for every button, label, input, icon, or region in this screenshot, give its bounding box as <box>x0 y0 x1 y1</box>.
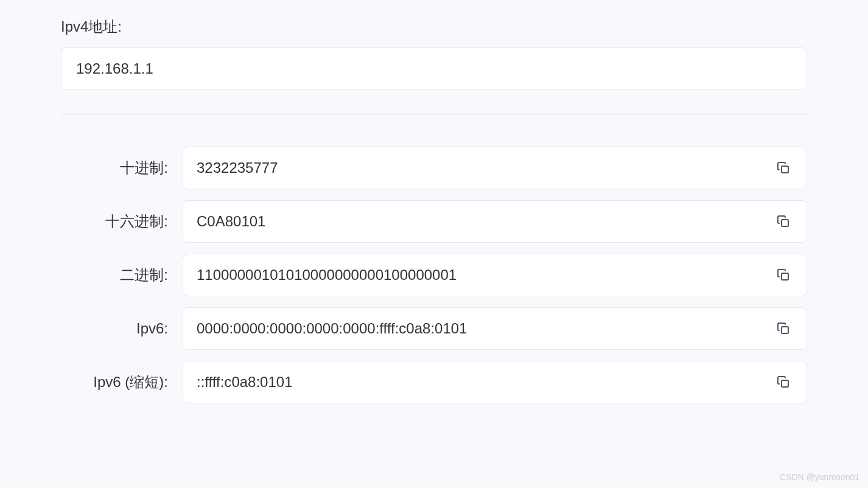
result-value-ipv6-short: ::ffff:c0a8:0101 <box>197 374 292 391</box>
svg-rect-2 <box>782 273 788 280</box>
result-label-decimal: 十进制: <box>61 158 183 178</box>
watermark: CSDN @yunmoon01 <box>780 472 859 482</box>
result-label-ipv6-short: Ipv6 (缩短): <box>61 372 183 392</box>
result-label-binary: 二进制: <box>61 265 183 285</box>
svg-rect-3 <box>782 327 788 333</box>
copy-button-decimal[interactable] <box>774 158 793 178</box>
copy-button-binary[interactable] <box>774 265 793 285</box>
svg-rect-0 <box>782 166 788 173</box>
result-value-binary: 11000000101010000000000100000001 <box>197 267 457 284</box>
copy-icon <box>776 321 791 336</box>
svg-rect-1 <box>782 220 788 226</box>
result-value-ipv6: 0000:0000:0000:0000:0000:ffff:c0a8:0101 <box>197 320 467 337</box>
section-divider <box>61 114 807 115</box>
result-label-hex: 十六进制: <box>61 212 183 231</box>
result-box-decimal: 3232235777 <box>183 147 807 189</box>
result-value-decimal: 3232235777 <box>197 159 278 176</box>
copy-button-ipv6-short[interactable] <box>774 372 793 392</box>
result-row-ipv6-short: Ipv6 (缩短): ::ffff:c0a8:0101 <box>61 361 807 403</box>
copy-icon <box>776 161 791 175</box>
ipv4-input-section: Ipv4地址: <box>61 17 807 90</box>
svg-rect-4 <box>782 380 788 387</box>
copy-button-hex[interactable] <box>774 212 793 231</box>
copy-icon <box>776 214 791 229</box>
result-box-binary: 11000000101010000000000100000001 <box>183 254 807 296</box>
copy-icon <box>776 375 791 389</box>
results-container: 十进制: 3232235777 十六进制: C0A80101 二进制: 1100… <box>61 147 807 403</box>
copy-button-ipv6[interactable] <box>774 319 793 338</box>
result-row-binary: 二进制: 11000000101010000000000100000001 <box>61 254 807 296</box>
ipv4-input[interactable] <box>61 47 807 90</box>
result-box-ipv6-short: ::ffff:c0a8:0101 <box>183 361 807 403</box>
result-row-ipv6: Ipv6: 0000:0000:0000:0000:0000:ffff:c0a8… <box>61 307 807 350</box>
result-box-ipv6: 0000:0000:0000:0000:0000:ffff:c0a8:0101 <box>183 307 807 350</box>
result-label-ipv6: Ipv6: <box>61 320 183 337</box>
result-box-hex: C0A80101 <box>183 200 807 243</box>
result-row-decimal: 十进制: 3232235777 <box>61 147 807 189</box>
result-row-hex: 十六进制: C0A80101 <box>61 200 807 243</box>
copy-icon <box>776 268 791 282</box>
ipv4-label: Ipv4地址: <box>61 17 807 37</box>
result-value-hex: C0A80101 <box>197 213 265 230</box>
